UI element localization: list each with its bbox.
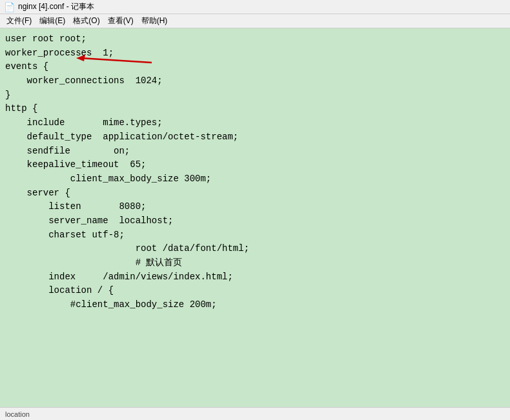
code-line-9: http {: [5, 102, 505, 116]
code-line-12: sendfile on;: [5, 145, 505, 159]
arrow-annotation: [71, 53, 155, 75]
code-line-1: user root root;: [5, 32, 505, 46]
code-line-29: #client_max_body_size 200m;: [5, 298, 505, 312]
code-line-10: include mime.types;: [5, 116, 505, 130]
menu-format[interactable]: 格式(O): [69, 15, 103, 27]
app-icon: 📄: [4, 2, 14, 12]
svg-marker-1: [76, 55, 85, 61]
status-bar: location: [0, 407, 510, 420]
code-line-25: # 默认首页: [5, 256, 505, 270]
content-area: user root root; worker_processes 1; even…: [0, 28, 510, 420]
code-line-21: listen 8080;: [5, 200, 505, 214]
code-line-15: client_max_body_size 300m;: [5, 172, 505, 186]
title-bar-text: nginx [4].conf - 记事本: [18, 1, 94, 12]
code-line-28: location / {: [5, 284, 505, 298]
code-line-11: default_type application/octet-stream;: [5, 130, 505, 145]
code-line-14: keepalive_timeout 65;: [5, 158, 505, 172]
menu-help[interactable]: 帮助(H): [138, 15, 172, 27]
code-line-5: worker_connections 1024;: [5, 74, 505, 88]
menu-bar: 文件(F) 编辑(E) 格式(O) 查看(V) 帮助(H): [0, 14, 510, 28]
status-text: location: [5, 410, 30, 418]
code-line-6: }: [5, 88, 505, 103]
code-line-23: charset utf-8;: [5, 228, 505, 243]
code-line-26: index /admin/views/index.html;: [5, 270, 505, 285]
svg-line-0: [81, 58, 152, 63]
title-bar: 📄 nginx [4].conf - 记事本: [0, 0, 510, 14]
menu-view[interactable]: 查看(V): [104, 15, 138, 27]
code-line-20: server {: [5, 186, 505, 201]
code-line-24: root /data/font/html;: [5, 242, 505, 256]
menu-edit[interactable]: 编辑(E): [36, 15, 69, 27]
code-line-22: server_name localhost;: [5, 214, 505, 228]
menu-file[interactable]: 文件(F): [3, 15, 36, 27]
